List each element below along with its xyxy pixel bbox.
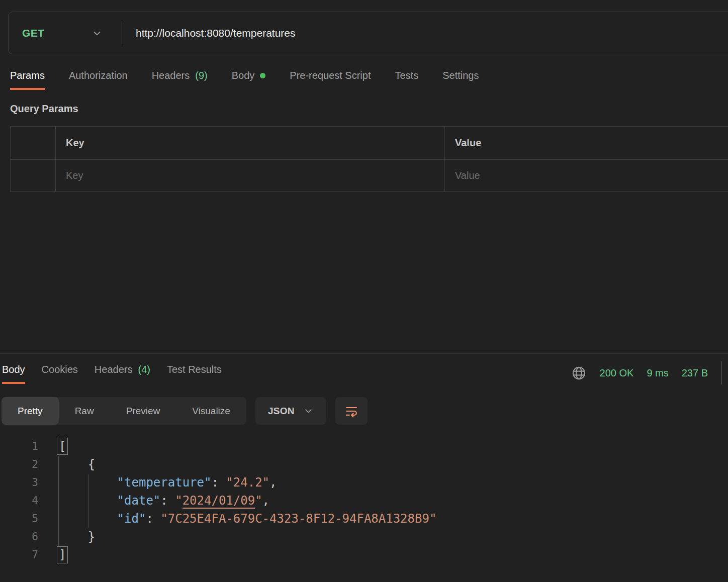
wrap-text-button[interactable] [335, 397, 368, 425]
status-right-divider [721, 361, 722, 384]
tab-settings[interactable]: Settings [442, 70, 479, 90]
method-label: GET [22, 27, 44, 39]
json-string-value: "7C25E4FA-679C-4323-8F12-94FA8A1328B9" [160, 512, 436, 526]
json-punctuation: , [262, 494, 269, 508]
json-string-value: "24.2" [226, 475, 269, 490]
format-select-label: JSON [268, 406, 295, 417]
line-number: 2 [0, 455, 38, 473]
json-key: "date" [117, 494, 161, 508]
json-punctuation: : [211, 475, 226, 490]
format-select[interactable]: JSON [255, 397, 326, 425]
param-key-input[interactable] [66, 170, 434, 181]
json-punctuation: , [269, 475, 277, 490]
code-line-2: 2 { [0, 455, 728, 473]
view-pretty-button[interactable]: Pretty [2, 397, 59, 425]
query-params-title: Query Params [10, 103, 78, 115]
tab-headers[interactable]: Headers (9) [152, 70, 208, 90]
json-key: "id" [117, 512, 146, 526]
indent-guide [88, 474, 88, 528]
status-time: 9 ms [647, 367, 668, 379]
response-status-cluster: 200 OK 9 ms 237 B [571, 364, 722, 381]
tab-authorization-label: Authorization [69, 70, 128, 81]
tab-body-label: Body [232, 70, 255, 81]
request-url-bar: GET http://localhost:8080/temperatures [8, 12, 728, 54]
indent-guide [58, 456, 59, 546]
json-key: "temperature" [117, 475, 212, 490]
response-body-code: 1 [ 2 { 3 "temperature": "24.2", 4 "date… [0, 437, 728, 582]
tab-authorization[interactable]: Authorization [69, 70, 128, 90]
response-tab-body[interactable]: Body [2, 364, 25, 384]
tab-body[interactable]: Body [232, 70, 266, 90]
line-number: 6 [0, 528, 38, 546]
response-tabs: Body Cookies Headers (4) Test Results [2, 364, 222, 384]
json-date-link[interactable]: 2024/01/09 [183, 494, 255, 509]
view-visualize-button[interactable]: Visualize [176, 397, 246, 425]
response-tab-headers-label: Headers [95, 364, 133, 375]
key-column-header: Key [56, 127, 445, 160]
view-preview-button[interactable]: Preview [110, 397, 176, 425]
body-present-dot-icon [260, 73, 265, 78]
tab-pre-request-script[interactable]: Pre-request Script [290, 70, 371, 90]
response-tab-test-results-label: Test Results [167, 364, 222, 375]
code-line-5: 5 "id": "7C25E4FA-679C-4323-8F12-94FA8A1… [0, 510, 728, 528]
status-code: 200 OK [600, 367, 634, 379]
json-string-quote: " [175, 494, 182, 508]
bracket-highlight: [ [57, 438, 68, 455]
response-tab-cookies-label: Cookies [42, 364, 78, 375]
response-view-bar: Pretty Raw Preview Visualize JSON [2, 397, 368, 425]
response-tab-body-label: Body [2, 364, 25, 375]
code-line-1: 1 [ [0, 437, 728, 455]
request-tabs: Params Authorization Headers (9) Body Pr… [10, 70, 479, 90]
param-row-select-cell [11, 160, 56, 191]
response-headers-count-badge: (4) [138, 364, 150, 375]
status-size: 237 B [682, 367, 708, 379]
param-value-input[interactable] [455, 170, 718, 181]
network-globe-icon[interactable] [571, 365, 587, 381]
tab-params-label: Params [10, 70, 45, 81]
param-key-cell [56, 160, 445, 191]
json-punctuation: } [59, 528, 95, 546]
line-number: 4 [0, 492, 38, 510]
response-header: Body Cookies Headers (4) Test Results 20… [0, 353, 728, 384]
line-number: 3 [0, 473, 38, 492]
code-line-7: 7 ] [0, 546, 728, 564]
tab-tests[interactable]: Tests [395, 70, 418, 90]
view-mode-segmented-control: Pretty Raw Preview Visualize [2, 397, 246, 425]
line-number: 7 [0, 546, 38, 564]
line-number: 5 [0, 510, 38, 528]
response-tab-headers[interactable]: Headers (4) [95, 364, 150, 384]
tab-pre-request-label: Pre-request Script [290, 70, 371, 81]
view-raw-button[interactable]: Raw [59, 397, 110, 425]
method-select[interactable]: GET [9, 12, 122, 54]
tab-headers-label: Headers [152, 70, 190, 81]
code-line-6: 6 } [0, 528, 728, 546]
param-value-cell [445, 160, 728, 191]
json-punctuation: { [59, 455, 95, 473]
query-params-table: Key Value [10, 126, 728, 192]
json-punctuation: : [146, 512, 160, 526]
code-line-4: 4 "date": "2024/01/09", [0, 492, 728, 510]
tab-settings-label: Settings [442, 70, 479, 81]
headers-count-badge: (9) [195, 70, 207, 81]
tab-params[interactable]: Params [10, 70, 45, 90]
json-punctuation: : [160, 494, 175, 508]
bracket-highlight: ] [57, 546, 68, 563]
line-number: 1 [0, 437, 38, 455]
param-select-header-cell [11, 127, 56, 160]
response-tab-cookies[interactable]: Cookies [42, 364, 78, 384]
response-tab-test-results[interactable]: Test Results [167, 364, 222, 384]
value-column-header: Value [445, 127, 728, 160]
wrap-text-icon [344, 404, 358, 418]
json-string-quote: " [255, 494, 262, 508]
code-line-3: 3 "temperature": "24.2", [0, 473, 728, 492]
chevron-down-icon [92, 28, 103, 39]
chevron-down-icon [303, 406, 314, 416]
url-input[interactable]: http://localhost:8080/temperatures [122, 27, 728, 39]
tab-tests-label: Tests [395, 70, 418, 81]
